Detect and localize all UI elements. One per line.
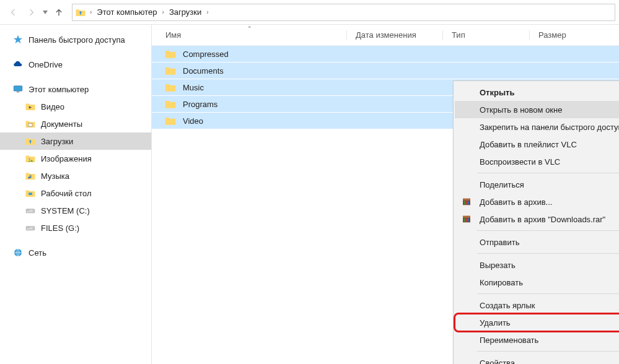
context-menu-item-label: Открыть в новом окне	[480, 105, 562, 115]
chevron-down-icon	[43, 11, 48, 14]
context-menu-item-label: Поделиться	[480, 180, 524, 189]
arrow-left-icon	[8, 7, 18, 17]
network-icon	[12, 247, 24, 258]
sidebar-item[interactable]: Этот компьютер	[0, 80, 151, 98]
column-label: Дата изменения	[356, 30, 416, 40]
context-menu-item[interactable]: Добавить в плейлист VLC	[455, 136, 619, 153]
chevron-right-icon: ›	[89, 9, 93, 15]
context-menu-item-label: Копировать	[480, 278, 523, 287]
context-menu-item-label: Создать ярлык	[480, 301, 535, 310]
file-row[interactable]: Compressed	[152, 46, 619, 63]
lib-desktop-icon	[25, 188, 36, 199]
file-row[interactable]: Documents	[152, 63, 619, 79]
context-menu-item-label: Воспроизвести в VLC	[480, 157, 560, 167]
file-name: Programs	[183, 100, 217, 109]
menu-separator	[477, 253, 619, 254]
context-menu-item[interactable]: Поделиться〉	[455, 176, 619, 193]
svg-point-8	[33, 210, 34, 212]
sidebar-item-label: Панель быстрого доступа	[29, 35, 125, 45]
context-menu-item-label: Добавить в архив "Downloads.rar"	[480, 215, 605, 224]
nav-up-button[interactable]	[50, 3, 68, 22]
sidebar-item[interactable]: Рабочий стол	[0, 184, 151, 202]
context-menu-item-label: Добавить в архив...	[480, 197, 552, 207]
downloads-folder-icon	[75, 7, 86, 18]
context-menu-item[interactable]: Добавить в архив...	[455, 193, 619, 210]
nav-history-dropdown[interactable]	[41, 11, 50, 14]
context-menu-item[interactable]: Отправить〉	[455, 233, 619, 251]
lib-music-icon	[25, 170, 36, 181]
sidebar-item[interactable]: Музыка	[0, 167, 151, 184]
folder-icon	[164, 64, 177, 77]
context-menu-item[interactable]: Копировать	[455, 274, 619, 291]
column-label: Имя	[165, 30, 181, 40]
context-menu-item[interactable]: Закрепить на панели быстрого доступа	[455, 118, 619, 136]
context-menu-item[interactable]: Вырезать	[455, 256, 619, 274]
svg-rect-3	[29, 123, 32, 126]
folder-icon	[164, 48, 177, 60]
file-name: Documents	[183, 66, 224, 76]
nav-forward-button[interactable]	[22, 3, 41, 22]
sidebar-item-label: SYSTEM (C:)	[41, 206, 90, 215]
sidebar-item[interactable]: Сеть	[0, 244, 151, 261]
sidebar-item-label: Видео	[41, 102, 64, 111]
chevron-right-icon: ›	[161, 9, 165, 15]
context-menu-item-label: Переименовать	[480, 336, 538, 345]
sidebar-item-label: Музыка	[41, 171, 69, 181]
folder-icon	[164, 115, 177, 127]
context-menu-item[interactable]: Открыть	[455, 84, 619, 101]
context-menu-item[interactable]: Добавить в архив "Downloads.rar"	[455, 210, 619, 228]
address-bar[interactable]: › Этот компьютер › Загрузки ›	[72, 4, 615, 21]
column-header-size[interactable]: Размер	[530, 25, 619, 45]
column-header-name[interactable]: ⌃ Имя	[152, 25, 347, 45]
column-header-type[interactable]: Тип	[443, 25, 530, 45]
sort-ascending-icon: ⌃	[247, 25, 252, 32]
sidebar-item[interactable]: Видео	[0, 98, 151, 115]
svg-rect-10	[27, 227, 30, 228]
column-header-row: ⌃ Имя Дата изменения Тип Размер	[152, 25, 619, 46]
lib-images-icon	[25, 153, 36, 164]
drive-icon	[25, 222, 36, 233]
svg-rect-7	[27, 210, 30, 210]
context-menu-item-label: Вырезать	[480, 261, 516, 270]
breadcrumb-segment[interactable]: Этот компьютер	[93, 4, 160, 20]
sidebar-item[interactable]: Изображения	[0, 150, 151, 167]
context-menu-item-label: Отправить	[480, 238, 519, 247]
sidebar-item-label: Сеть	[29, 248, 46, 258]
svg-point-11	[33, 228, 34, 229]
context-menu: ОткрытьОткрыть в новом окнеЗакрепить на …	[453, 80, 619, 364]
navbar: › Этот компьютер › Загрузки ›	[0, 0, 619, 25]
onedrive-icon	[12, 59, 24, 70]
content-pane: ⌃ Имя Дата изменения Тип Размер Compress…	[152, 25, 619, 364]
sidebar-item[interactable]: OneDrive	[0, 56, 151, 73]
sidebar-item[interactable]: Загрузки	[0, 132, 151, 150]
context-menu-item-label: Свойства	[480, 358, 515, 365]
svg-rect-5	[29, 193, 32, 195]
sidebar-item-label: Загрузки	[41, 137, 73, 146]
winrar-icon	[461, 214, 472, 225]
svg-rect-15	[464, 201, 465, 205]
lib-downloads-icon	[25, 136, 36, 147]
column-header-date[interactable]: Дата изменения	[347, 25, 443, 45]
nav-back-button[interactable]	[4, 3, 22, 22]
context-menu-item[interactable]: Открыть в новом окне	[455, 101, 619, 118]
context-menu-item[interactable]: Создать ярлык	[455, 297, 619, 314]
context-menu-item[interactable]: Переименовать	[455, 331, 619, 349]
file-name: Compressed	[183, 50, 229, 59]
context-menu-item[interactable]: Воспроизвести в VLC	[455, 153, 619, 170]
sidebar-item[interactable]: Панель быстрого доступа	[0, 31, 151, 48]
context-menu-item[interactable]: Удалить	[455, 314, 619, 331]
sidebar-item[interactable]: Документы	[0, 115, 151, 132]
menu-separator	[477, 230, 619, 231]
sidebar-item-label: Этот компьютер	[29, 85, 89, 94]
sidebar-item[interactable]: SYSTEM (C:)	[0, 202, 151, 219]
context-menu-item-label: Закрепить на панели быстрого доступа	[480, 123, 619, 132]
context-menu-item[interactable]: Свойства	[455, 354, 619, 364]
file-name: Video	[183, 116, 203, 126]
sidebar-item[interactable]: FILES (G:)	[0, 219, 151, 236]
column-label: Тип	[452, 30, 465, 40]
svg-rect-19	[463, 216, 470, 218]
breadcrumb-segment[interactable]: Загрузки	[165, 4, 205, 20]
sidebar-item-label: Изображения	[41, 154, 92, 163]
sidebar-item-label: Рабочий стол	[41, 189, 92, 198]
column-label: Размер	[538, 30, 566, 40]
